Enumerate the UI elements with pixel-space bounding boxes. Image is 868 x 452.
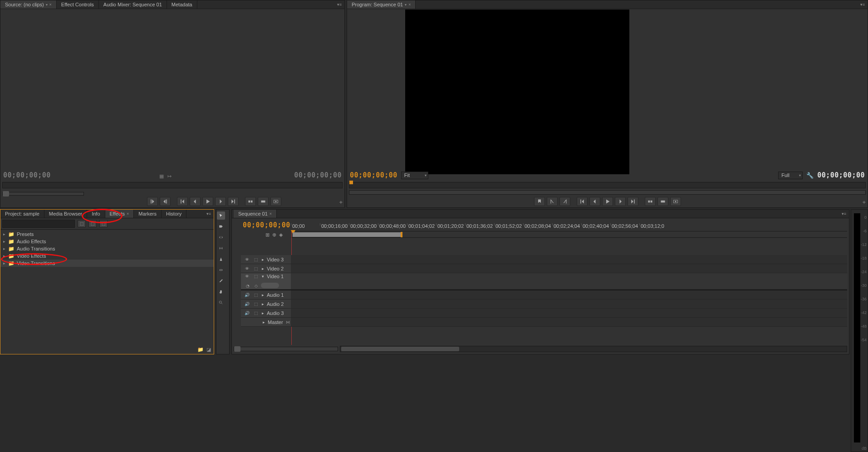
dropdown-icon[interactable]: ▾ [46, 3, 48, 7]
wrench-icon[interactable]: 🔧 [806, 172, 814, 179]
tree-audio-transitions[interactable]: ▸📁Audio Transitions [0, 245, 214, 252]
go-to-in-button[interactable] [177, 197, 188, 206]
quality-dropdown[interactable]: Full [778, 172, 803, 179]
play-button[interactable] [602, 197, 613, 206]
filter-yuv-icon[interactable]: ⬚ [99, 220, 108, 227]
go-to-in-button[interactable] [577, 197, 588, 206]
collapse-icon[interactable]: ▸ [262, 257, 264, 262]
play-button[interactable] [202, 197, 213, 206]
tree-video-transitions[interactable]: ▸📁Video Transitions [0, 260, 214, 267]
eye-icon[interactable]: 👁 [244, 265, 250, 272]
expand-icon[interactable]: ▸ [3, 261, 8, 265]
playhead-indicator[interactable] [349, 181, 353, 184]
expand-icon[interactable]: ▸ [3, 254, 8, 258]
timeline-ruler[interactable]: 00;00 00;00;16;00 00;00;32;00 00;00;48;0… [291, 223, 847, 231]
keyframe-icon[interactable]: ◔ [245, 283, 251, 289]
timeline-timecode[interactable]: 00;00;00;00 [243, 221, 291, 229]
snap-icon[interactable]: ⊞ [265, 232, 270, 238]
insert-button[interactable] [245, 197, 256, 206]
track-lane-video3[interactable] [291, 255, 847, 264]
hand-tool[interactable] [217, 288, 225, 296]
mark-in-button[interactable] [547, 197, 558, 206]
tab-source[interactable]: Source: (no clips)▾× [0, 0, 57, 9]
track-select-tool[interactable] [217, 222, 225, 231]
track-lane-audio3[interactable] [291, 309, 847, 318]
step-forward-button[interactable] [615, 197, 626, 206]
sync-lock-icon[interactable]: ⊕ [272, 232, 276, 238]
work-area-end-handle[interactable] [401, 232, 402, 237]
collapse-icon[interactable]: ▸ [262, 302, 264, 306]
track-lane-video2[interactable] [291, 264, 847, 273]
work-area-bar[interactable] [293, 232, 402, 237]
extract-button[interactable] [657, 197, 668, 206]
opacity-icon[interactable]: ◇ [253, 283, 259, 289]
panel-menu-icon[interactable]: ▾≡ [859, 1, 866, 8]
button-editor-icon[interactable]: + [339, 199, 343, 206]
export-frame-button[interactable] [270, 197, 281, 206]
lock-icon[interactable]: ⬚ [253, 301, 259, 307]
button-editor-icon[interactable]: + [862, 199, 866, 206]
program-timecode-right[interactable]: 00;00;00;00 [817, 171, 865, 179]
panel-menu-icon[interactable]: ▾≡ [336, 1, 343, 8]
marker-icon[interactable]: ◈ [279, 232, 283, 238]
timeline-zoom-slider[interactable] [234, 347, 338, 351]
zoom-tool[interactable] [217, 299, 225, 307]
track-header-audio2[interactable]: 🔊 ⬚ ▸ Audio 2 [241, 300, 291, 309]
pen-tool[interactable] [217, 277, 225, 285]
close-icon[interactable]: × [270, 211, 272, 216]
speaker-icon[interactable]: 🔊 [244, 301, 250, 307]
ripple-edit-tool[interactable] [217, 233, 225, 241]
lock-icon[interactable]: ⬚ [253, 292, 259, 298]
tab-media-browser[interactable]: Media Browser [44, 210, 87, 218]
tab-effect-controls[interactable]: Effect Controls [57, 0, 99, 9]
panel-menu-icon[interactable]: ▾≡ [841, 211, 847, 217]
lock-icon[interactable]: ⬚ [253, 273, 259, 280]
step-back-button[interactable] [589, 197, 600, 206]
filter-accelerated-icon[interactable]: ⬚ [78, 220, 86, 227]
lock-icon[interactable]: ⬚ [253, 310, 259, 316]
export-frame-button[interactable] [670, 197, 681, 206]
tab-effects[interactable]: Effects× [105, 210, 134, 218]
program-scrubber[interactable] [349, 182, 866, 188]
track-lane-audio2[interactable] [291, 300, 847, 309]
close-icon[interactable]: × [408, 2, 411, 7]
mark-in-button[interactable] [147, 197, 158, 206]
tab-history[interactable]: History [162, 210, 186, 218]
filter-32bit-icon[interactable]: ⬚ [88, 220, 97, 227]
expand-icon[interactable]: ▸ [3, 246, 8, 251]
scroll-thumb[interactable] [341, 347, 459, 351]
go-to-out-button[interactable] [228, 197, 239, 206]
source-zoom-slider[interactable] [2, 192, 84, 196]
collapse-icon[interactable]: ▸ [262, 266, 264, 271]
collapse-icon[interactable]: ▾ [262, 274, 264, 279]
delete-icon[interactable]: ◪ [206, 347, 211, 353]
program-timecode-left[interactable]: 00;00;00;00 [350, 171, 397, 179]
lock-icon[interactable]: ⬚ [253, 256, 259, 263]
output-icon[interactable]: ↦ [167, 173, 172, 179]
razor-tool[interactable] [217, 255, 225, 263]
rate-stretch-tool[interactable] [217, 244, 225, 252]
tree-presets[interactable]: ▸📁Presets [0, 231, 214, 238]
safe-margins-icon[interactable]: ▦ [159, 173, 164, 179]
track-header-audio1[interactable]: 🔊 ⬚ ▸ Audio 1 [241, 290, 291, 300]
add-marker-button[interactable] [534, 197, 545, 206]
lock-icon[interactable]: ⬚ [253, 265, 259, 272]
track-lane-audio1[interactable] [291, 290, 847, 300]
tab-audio-mixer[interactable]: Audio Mixer: Sequence 01 [99, 0, 167, 9]
close-icon[interactable]: × [49, 2, 52, 7]
expand-icon[interactable]: ▸ [3, 239, 8, 244]
mark-out-button[interactable] [160, 197, 171, 206]
zoom-dropdown[interactable]: Fit [401, 172, 428, 179]
new-bin-icon[interactable]: 📁 [197, 347, 204, 353]
tab-metadata[interactable]: Metadata [167, 0, 197, 9]
tree-video-effects[interactable]: ▸📁Video Effects [0, 252, 214, 260]
tab-program[interactable]: Program: Sequence 01▾× [347, 0, 416, 9]
eye-icon[interactable]: 👁 [244, 273, 250, 280]
step-back-button[interactable] [190, 197, 201, 206]
collapse-icon[interactable]: ▸ [262, 293, 264, 297]
source-timecode-right[interactable]: 00;00;00;00 [294, 171, 342, 179]
track-header-video2[interactable]: 👁 ⬚ ▸ Video 2 [241, 264, 291, 273]
track-header-master[interactable]: ▸ Master ⋈ [241, 318, 291, 327]
effects-search-input[interactable] [2, 220, 75, 228]
timeline-hscroll[interactable] [340, 346, 847, 352]
